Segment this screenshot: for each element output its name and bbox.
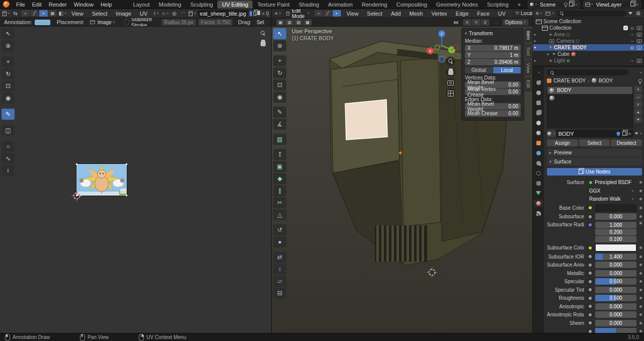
outliner-row-scene-collection[interactable]: Scene Collection [533, 18, 644, 25]
viewport-camera-view-icon[interactable] [446, 78, 455, 88]
breadcrumb-object[interactable]: CRATE BODY [553, 78, 586, 83]
subsurface-method-dropdown[interactable]: Random Walk ˅ [587, 196, 636, 202]
median-z-field[interactable]: Z 0.39406 m [465, 59, 521, 65]
outliner-row-collection[interactable]: Collection ✓ ⊙ [533, 25, 644, 31]
viewport-zoom-icon[interactable] [446, 56, 455, 66]
vp-menu-mesh[interactable]: Mesh [406, 10, 427, 17]
placement-dropdown[interactable]: Image [87, 19, 117, 26]
socket-icon[interactable] [587, 253, 594, 260]
preview-panel-header[interactable]: ▸ Preview [547, 149, 642, 156]
viewport-pan-icon[interactable] [446, 67, 455, 77]
socket-icon[interactable] [587, 213, 594, 220]
spin-tool-button[interactable]: ↺ [273, 224, 286, 235]
vp-menu-uv[interactable]: UV [495, 10, 509, 17]
viewport-editor-type-icon[interactable]: ⌖ [274, 10, 282, 17]
socket-icon[interactable] [587, 262, 594, 268]
cursor-tool-button[interactable]: ⊕ [273, 40, 286, 51]
tab-scene[interactable] [534, 119, 543, 126]
deselect-button[interactable]: Deselect [611, 139, 642, 146]
mode-dropdown[interactable]: Edit Mode [283, 10, 312, 17]
distribution-dropdown[interactable]: GGX ˅ [587, 188, 636, 194]
material-filter-icon[interactable] [634, 130, 642, 137]
menu-render[interactable]: Render [45, 1, 70, 8]
mirror-icon[interactable]: ⋈ [452, 19, 460, 26]
mean-vertex-crease-field[interactable]: Mean Vertex Crease 0.00 [465, 89, 521, 95]
vp-menu-edge[interactable]: Edge [452, 10, 472, 17]
new-scene-icon[interactable] [569, 2, 573, 7]
tab-uv-editing[interactable]: UV Editing [217, 1, 253, 9]
browse-material-icon[interactable] [547, 130, 555, 137]
unlink-image-icon[interactable]: × [262, 11, 265, 17]
outliner-display-mode-icon[interactable]: ≡ [535, 10, 543, 17]
disable-render-icon[interactable] [637, 33, 642, 37]
image-name-field[interactable]: eat_sheep_title.jpg [198, 10, 248, 17]
editor-type-icon[interactable] [3, 10, 10, 17]
outliner-row-light[interactable]: ▸ ☀ Light ◍ ⌣ [533, 57, 644, 64]
uv-proportional-icon[interactable]: ◎ [171, 10, 178, 17]
socket-icon[interactable] [587, 270, 594, 277]
uv-sync-selection-icon[interactable]: ⇆ [12, 10, 19, 17]
uv-pan-icon[interactable] [261, 41, 266, 47]
uv-menu-select[interactable]: Select [89, 10, 111, 17]
sidebar-tab-item[interactable]: Item [525, 28, 532, 43]
hide-viewport-icon[interactable]: ⊙ [630, 26, 634, 31]
snap-falloff-icon[interactable]: ⸫ [493, 19, 500, 26]
extrude-region-tool-button[interactable]: ↥ [273, 149, 286, 160]
tab-layout[interactable]: Layout [129, 1, 154, 9]
axis-y-toggle[interactable]: Y [472, 19, 480, 26]
scene-browse-icon[interactable] [530, 1, 537, 8]
grab-tool-button[interactable]: ○ [2, 141, 15, 152]
annotate-tool-button[interactable]: ✎ [2, 109, 15, 120]
tweak-tool-button[interactable]: ↖ [2, 28, 15, 39]
outliner-row-cube[interactable]: ▸ ▼ Cube [533, 51, 644, 57]
mean-bevel-weight-edges-field[interactable]: Mean Bevel Weight 0.00 [465, 103, 521, 110]
subsurface-slider[interactable]: 0.000 [595, 213, 636, 220]
tab-tool[interactable] [534, 79, 543, 86]
bevel-tool-button[interactable]: ◆ [273, 173, 286, 184]
add-workspace-button[interactable]: + [513, 1, 525, 9]
tab-render[interactable] [534, 89, 543, 96]
sheen-slider[interactable]: 0.000 [595, 320, 636, 326]
tab-physics[interactable] [534, 169, 543, 177]
subsurface-anisotropy-slider[interactable]: 0.000 [595, 262, 636, 268]
loop-cut-tool-button[interactable]: ∥ [273, 185, 286, 196]
outliner-row-crate-body[interactable]: ▾ ▼ CRATE BODY ⊙ [533, 44, 644, 51]
new-viewlayer-icon[interactable] [630, 2, 634, 7]
menu-file[interactable]: File [13, 1, 29, 8]
cursor-tool-button[interactable]: ⊕ [2, 40, 15, 51]
orientation-dropdown[interactable]: ⤧Local [513, 10, 532, 17]
tab-material[interactable] [534, 200, 543, 207]
viewlayer-browse-icon[interactable] [585, 1, 594, 8]
inset-faces-tool-button[interactable]: ▣ [273, 161, 286, 172]
tab-texture-paint[interactable]: Texture Paint [253, 1, 294, 9]
tab-sculpting[interactable]: Sculpting [186, 1, 217, 9]
vp-menu-view[interactable]: View [343, 10, 362, 17]
subsurface-radius-y[interactable]: 0.200 [595, 229, 636, 235]
tab-particles[interactable] [534, 159, 543, 166]
axis-z-toggle[interactable]: Z [481, 19, 490, 26]
surface-shader-dropdown[interactable]: Principled BSDF [587, 179, 636, 186]
uv-sticky-mode-icon[interactable]: ◧ [59, 10, 66, 17]
tab-object-data[interactable] [534, 190, 543, 197]
properties-search-input[interactable] [547, 69, 628, 75]
face-select-button[interactable]: ▪ [333, 10, 341, 17]
hide-viewport-icon[interactable]: ⌣ [631, 38, 634, 44]
select-mode-extend-button[interactable]: ▧ [285, 19, 294, 26]
uv-zoom-icon[interactable] [261, 30, 265, 36]
outliner-row-camera[interactable]: ▸ Camera ▢ ⌣ [533, 38, 644, 44]
hide-viewport-icon[interactable]: ⊙ [630, 45, 634, 50]
tab-geometry-nodes[interactable]: Geometry Nodes [432, 1, 482, 9]
roughness-slider[interactable]: 0.500 [595, 295, 636, 301]
relax-tool-button[interactable]: ∿ [2, 153, 15, 164]
menu-edit[interactable]: Edit [29, 1, 45, 8]
select-button[interactable]: Select [579, 139, 610, 146]
collection-checkbox[interactable]: ✓ [623, 26, 628, 30]
socket-icon[interactable] [587, 303, 594, 310]
viewport-3d-cursor[interactable] [427, 267, 437, 278]
uv-pivot-icon[interactable]: ⟟ [152, 10, 160, 17]
tab-animation[interactable]: Animation [324, 1, 357, 9]
blender-logo-icon[interactable] [3, 1, 10, 8]
annotation-color-swatch[interactable] [35, 20, 50, 25]
menu-window[interactable]: Window [70, 1, 97, 8]
socket-icon[interactable] [587, 278, 594, 285]
